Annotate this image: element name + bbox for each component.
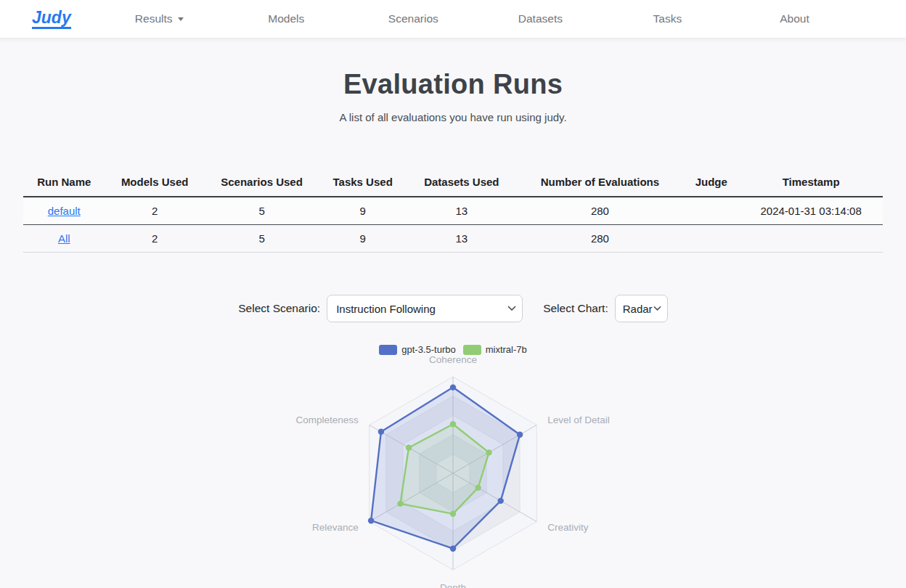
radar-point-mixtral-7b: [406, 445, 412, 451]
radar-point-mixtral-7b: [486, 449, 491, 455]
run-name-cell: default: [23, 197, 105, 225]
table-header-row: Run NameModels UsedScenarios UsedTasks U…: [23, 170, 883, 197]
runs-table-container: Run NameModels UsedScenarios UsedTasks U…: [23, 170, 883, 253]
radar-point-gpt-3-5-turbo: [450, 384, 456, 390]
radar-point-gpt-3-5-turbo: [378, 429, 384, 435]
table-cell: [683, 197, 739, 225]
column-header-judge: Judge: [683, 170, 739, 197]
legend-item-mixtral-7b[interactable]: mixtral-7b: [463, 344, 527, 355]
table-cell: 280: [517, 197, 684, 225]
radar-point-mixtral-7b: [450, 421, 456, 427]
table-cell: 13: [407, 225, 517, 253]
chart-type-select-wrap: Radar: [615, 295, 668, 322]
radar-point-mixtral-7b: [397, 501, 403, 507]
radar-axis-label-creativity: Creativity: [547, 522, 589, 533]
radar-axis-label-coherence: Coherence: [429, 356, 477, 365]
column-header-tasks-used: Tasks Used: [319, 170, 407, 197]
radar-point-gpt-3-5-turbo: [368, 518, 374, 523]
table-cell: 13: [407, 197, 517, 225]
legend-item-gpt-3-5-turbo[interactable]: gpt-3.5-turbo: [379, 344, 455, 355]
radar-chart: CoherenceLevel of DetailCreativityDepthR…: [286, 356, 620, 588]
table-cell: [739, 225, 883, 253]
scenario-select-wrap: Instruction Following: [327, 295, 523, 322]
hero-section: Evaluation Runs A list of all evaluation…: [0, 38, 906, 123]
run-link-all[interactable]: All: [58, 232, 70, 245]
radar-point-gpt-3-5-turbo: [450, 546, 456, 552]
column-header-models-used: Models Used: [105, 170, 204, 197]
main-content: Evaluation Runs A list of all evaluation…: [0, 38, 906, 588]
nav-item-about[interactable]: About: [731, 12, 858, 25]
navbar: Judy ResultsModelsScenariosDatasetsTasks…: [0, 0, 906, 38]
chart-controls: Select Scenario: Instruction Following S…: [0, 295, 906, 322]
run-link-default[interactable]: default: [48, 205, 81, 217]
scenario-select-label: Select Scenario:: [238, 302, 320, 315]
chart-legend: gpt-3.5-turbomixtral-7b: [0, 344, 906, 355]
table-cell: 5: [205, 225, 319, 253]
radar-axis-label-relevance: Relevance: [312, 522, 359, 533]
table-cell: 9: [319, 197, 407, 225]
radar-chart-container: CoherenceLevel of DetailCreativityDepthR…: [0, 356, 906, 588]
nav-item-scenarios[interactable]: Scenarios: [350, 12, 477, 25]
page-subtitle: A list of all evaluations you have run u…: [0, 111, 906, 123]
column-header-number-of-evaluations: Number of Evaluations: [517, 170, 684, 197]
chart-type-select-label: Select Chart:: [543, 302, 608, 315]
radar-point-mixtral-7b: [450, 511, 456, 517]
nav-links: ResultsModelsScenariosDatasetsTasksAbout: [96, 12, 906, 25]
table-row-all: All25913280: [23, 225, 883, 253]
column-header-run-name: Run Name: [23, 170, 105, 197]
radar-point-gpt-3-5-turbo: [517, 432, 523, 438]
table-cell: 280: [517, 225, 684, 253]
page-title: Evaluation Runs: [0, 69, 906, 100]
radar-axis-label-completeness: Completeness: [296, 415, 359, 425]
brand-logo[interactable]: Judy: [32, 9, 71, 28]
runs-table: Run NameModels UsedScenarios UsedTasks U…: [23, 170, 883, 253]
nav-item-results[interactable]: Results: [96, 12, 223, 25]
radar-axis-label-depth: Depth: [440, 582, 466, 588]
radar-axis-label-level-of-detail: Level of Detail: [547, 415, 610, 425]
column-header-scenarios-used: Scenarios Used: [205, 170, 319, 197]
scenario-select[interactable]: Instruction Following: [327, 295, 523, 322]
table-cell: 2024-01-31 03:14:08: [739, 197, 883, 225]
nav-item-datasets[interactable]: Datasets: [477, 12, 604, 25]
chart-type-select[interactable]: Radar: [615, 295, 668, 322]
nav-item-models[interactable]: Models: [223, 12, 350, 25]
legend-label: gpt-3.5-turbo: [401, 344, 455, 355]
table-row-default: default259132802024-01-31 03:14:08: [23, 197, 883, 225]
table-cell: 2: [105, 197, 204, 225]
legend-swatch: [463, 345, 481, 355]
radar-point-gpt-3-5-turbo: [498, 498, 504, 504]
table-cell: [683, 225, 739, 253]
table-cell: 5: [205, 197, 319, 225]
table-cell: 9: [319, 225, 407, 253]
column-header-datasets-used: Datasets Used: [407, 170, 517, 197]
run-name-cell: All: [23, 225, 105, 253]
nav-item-tasks[interactable]: Tasks: [604, 12, 731, 25]
legend-swatch: [379, 345, 397, 355]
radar-point-mixtral-7b: [475, 485, 481, 491]
legend-label: mixtral-7b: [486, 344, 527, 355]
caret-down-icon: [178, 17, 184, 21]
column-header-timestamp: Timestamp: [739, 170, 883, 197]
table-cell: 2: [105, 225, 204, 253]
